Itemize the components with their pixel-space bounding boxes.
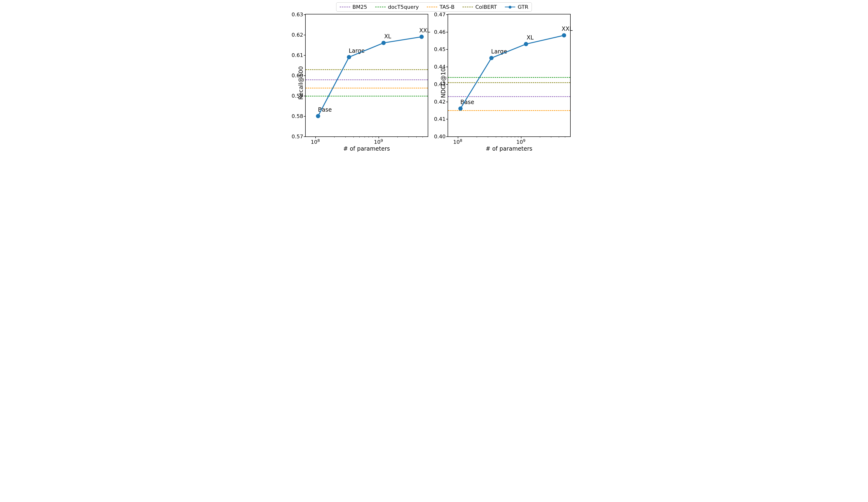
y-tick-label: 0.45	[434, 46, 446, 52]
y-tick-label: 0.44	[434, 64, 446, 70]
x-tick-minor	[540, 136, 540, 138]
x-tick-minor	[565, 136, 565, 138]
x-tick-minor	[364, 136, 365, 138]
legend-label: BM25	[352, 4, 367, 10]
x-tick-label: 109	[516, 138, 526, 145]
x-tick	[458, 136, 458, 138]
dash-swatch-icon	[427, 7, 437, 7]
y-tick	[304, 96, 306, 96]
legend-entry: BM25	[340, 4, 367, 10]
legend: BM25docT5queryTAS-BColBERTGTR	[336, 2, 532, 12]
y-tick	[446, 136, 448, 137]
series-gtr	[448, 14, 570, 136]
y-tick	[304, 55, 306, 55]
legend-label: ColBERT	[475, 4, 497, 10]
y-tick-label: 0.62	[292, 32, 303, 38]
x-tick-minor	[488, 136, 488, 138]
x-tick-minor	[359, 136, 360, 138]
y-tick	[446, 84, 448, 85]
x-tick-label: 108	[311, 138, 320, 145]
y-tick-label: 0.58	[292, 113, 303, 119]
legend-label: TAS-B	[440, 4, 454, 10]
plot-area: 0.570.580.590.600.610.620.63108109BaseLa…	[305, 14, 428, 137]
data-point	[316, 114, 320, 118]
y-tick	[304, 75, 306, 76]
chart-panel: Recall@1000.570.580.590.600.610.620.6310…	[298, 14, 428, 152]
x-tick-minor	[409, 136, 409, 138]
x-tick-minor	[477, 136, 477, 138]
y-tick-label: 0.40	[434, 134, 446, 139]
x-tick	[379, 136, 379, 138]
x-tick-minor	[416, 136, 417, 138]
plot-area: 0.400.410.420.430.440.450.460.47108109Ba…	[447, 14, 571, 137]
y-tick	[446, 32, 448, 32]
legend-label: GTR	[518, 4, 528, 10]
y-tick	[446, 67, 448, 67]
y-tick	[446, 119, 448, 119]
x-tick-label: 108	[453, 138, 463, 145]
legend-entry: GTR	[505, 4, 528, 10]
data-point	[562, 33, 566, 38]
y-tick-label: 0.59	[292, 93, 303, 99]
line-marker-swatch-icon	[505, 7, 515, 7]
x-tick-minor	[518, 136, 518, 138]
dash-swatch-icon	[340, 7, 350, 7]
x-tick-minor	[372, 136, 373, 138]
data-point	[489, 56, 494, 60]
y-tick-label: 0.57	[292, 134, 303, 139]
legend-entry: docT5query	[375, 4, 419, 10]
x-tick-minor	[397, 136, 398, 138]
y-tick-label: 0.60	[292, 73, 303, 79]
data-point	[347, 55, 351, 59]
x-tick-minor	[507, 136, 507, 138]
x-tick-minor	[369, 136, 369, 138]
x-tick-label: 109	[374, 138, 383, 145]
legend-entry: ColBERT	[463, 4, 497, 10]
y-tick	[304, 116, 306, 117]
dash-swatch-icon	[375, 7, 386, 7]
y-tick-label: 0.43	[434, 81, 446, 87]
x-tick-minor	[559, 136, 559, 138]
x-axis-label: # of parameters	[486, 145, 533, 152]
dash-swatch-icon	[463, 7, 473, 7]
data-point	[458, 106, 463, 111]
series-gtr	[306, 14, 428, 136]
y-tick-label: 0.46	[434, 29, 446, 35]
y-tick-label: 0.63	[292, 12, 303, 18]
x-tick-minor	[353, 136, 354, 138]
y-tick	[446, 14, 448, 15]
data-point	[420, 35, 424, 39]
y-tick-label: 0.42	[434, 98, 446, 105]
y-tick	[304, 136, 306, 137]
y-tick	[304, 35, 306, 35]
x-axis-label: # of parameters	[343, 145, 390, 152]
x-tick	[316, 136, 316, 138]
x-tick	[521, 136, 521, 138]
y-tick	[304, 14, 306, 15]
y-tick-label: 0.41	[434, 116, 446, 122]
legend-entry: TAS-B	[427, 4, 454, 10]
y-tick-label: 0.47	[434, 12, 446, 18]
x-tick-minor	[334, 136, 334, 138]
y-tick	[446, 49, 448, 50]
chart-panel: NDCG@100.400.410.420.430.440.450.460.471…	[440, 14, 571, 152]
data-point	[524, 42, 528, 46]
y-tick-label: 0.61	[292, 52, 303, 58]
y-tick	[446, 102, 448, 102]
data-point	[381, 41, 386, 45]
legend-label: docT5query	[388, 4, 419, 10]
